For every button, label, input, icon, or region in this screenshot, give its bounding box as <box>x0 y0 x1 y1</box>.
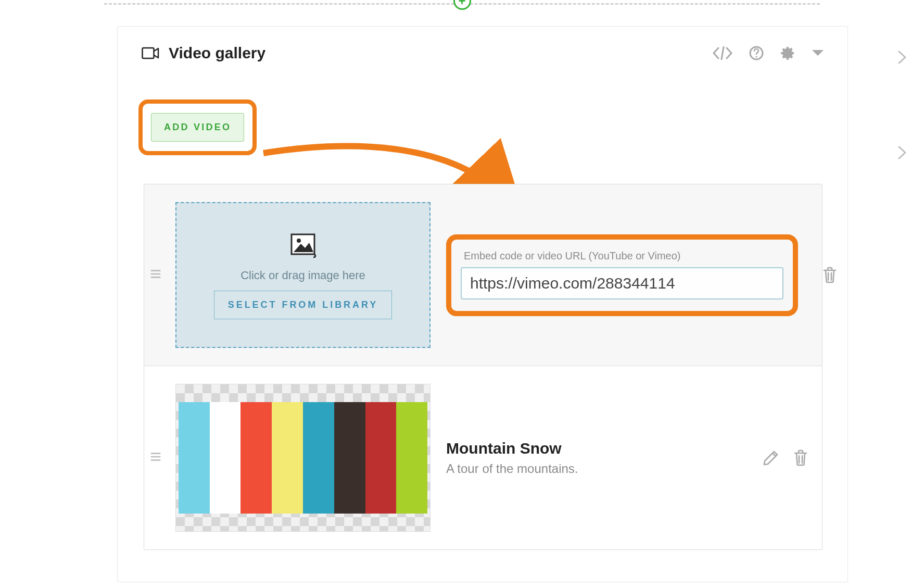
pencil-icon[interactable] <box>763 449 779 466</box>
right-rail-handle-1[interactable] <box>897 49 908 65</box>
svg-point-5 <box>755 56 757 57</box>
widget-header: Video gallery <box>118 27 847 62</box>
svg-point-9 <box>297 239 301 243</box>
dropzone-hint: Click or drag image here <box>241 269 365 282</box>
right-rail-handle-2[interactable] <box>897 145 908 160</box>
trash-icon[interactable] <box>822 266 838 284</box>
select-from-library-button[interactable]: SELECT FROM LIBRARY <box>214 291 393 319</box>
video-thumbnail[interactable] <box>175 384 431 532</box>
cover-dropzone[interactable]: Click or drag image here SELECT FROM LIB… <box>175 202 431 348</box>
video-list: Click or drag image here SELECT FROM LIB… <box>144 184 822 550</box>
page: + Video gallery <box>0 0 924 587</box>
add-video-highlight: ADD VIDEO <box>138 99 257 155</box>
help-icon[interactable] <box>749 45 764 61</box>
gear-icon[interactable] <box>780 45 795 61</box>
add-section-button[interactable]: + <box>453 0 471 10</box>
color-bars <box>179 402 427 514</box>
svg-rect-3 <box>143 48 154 58</box>
video-subtitle: A tour of the mountains. <box>446 461 739 476</box>
collapse-chevron-icon[interactable] <box>811 48 825 58</box>
video-url-label: Embed code or video URL (YouTube or Vime… <box>464 250 783 262</box>
row-drag-handle[interactable] <box>150 452 161 464</box>
code-icon[interactable] <box>712 46 733 60</box>
video-row: Mountain Snow A tour of the mountains. <box>144 366 822 549</box>
video-row-new: Click or drag image here SELECT FROM LIB… <box>144 184 822 366</box>
section-divider: + <box>0 0 924 8</box>
cover-dropzone-container: Click or drag image here SELECT FROM LIB… <box>175 202 431 348</box>
row-drag-handle[interactable] <box>150 269 161 281</box>
image-placeholder-icon <box>287 231 319 260</box>
video-camera-icon <box>142 46 159 60</box>
video-url-area: Embed code or video URL (YouTube or Vime… <box>446 234 798 316</box>
video-url-highlight: Embed code or video URL (YouTube or Vime… <box>446 234 798 316</box>
video-gallery-widget: Video gallery ADD VIDEO <box>117 26 848 582</box>
trash-icon[interactable] <box>793 449 808 467</box>
widget-title: Video gallery <box>169 44 265 62</box>
add-video-button[interactable]: ADD VIDEO <box>151 113 244 142</box>
video-url-input[interactable] <box>461 267 783 299</box>
video-title: Mountain Snow <box>446 440 739 457</box>
